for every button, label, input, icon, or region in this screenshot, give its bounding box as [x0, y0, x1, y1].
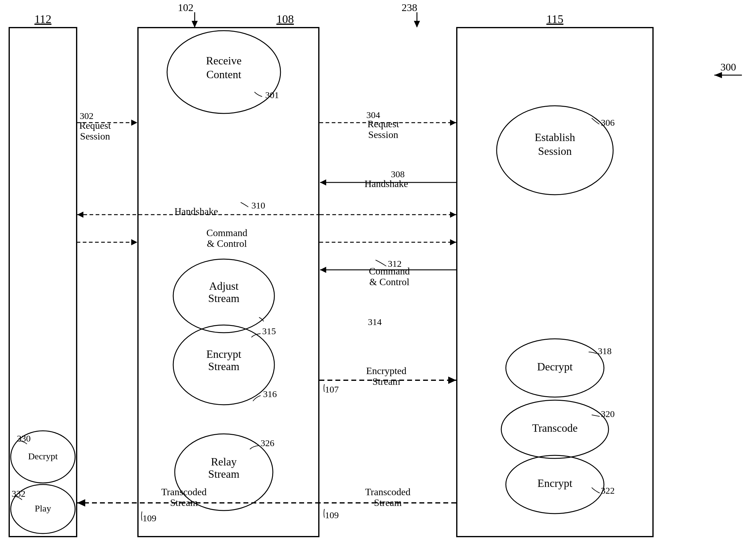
ref-238: 238 [402, 2, 417, 13]
ref-300: 300 [720, 61, 736, 73]
encrypt-stream-label: Encrypt [206, 348, 241, 360]
svg-marker-26 [77, 499, 85, 507]
receive-content-label: Receive [206, 54, 241, 67]
cmd-ctrl-1-label: Command [206, 227, 247, 238]
decrypt-right-label: Decrypt [537, 360, 573, 373]
req-session-2-label2: Session [368, 129, 398, 140]
req-session-1-label: Request [79, 120, 111, 131]
transcoded-stream-r-label: Transcoded [365, 486, 410, 497]
svg-marker-17 [131, 239, 137, 245]
ref-102: 102 [178, 2, 193, 13]
svg-marker-7 [131, 120, 137, 126]
cmd-ctrl-2-label2: & Control [369, 276, 410, 287]
transcoded-stream-l-label: Transcoded [161, 486, 207, 497]
transcode-label: Transcode [532, 422, 578, 434]
box-115 [457, 28, 653, 537]
handshake-2-label: Handshake [174, 206, 218, 217]
handshake-1-label: Handshake [364, 178, 408, 189]
receive-content-label2: Content [206, 69, 241, 81]
svg-marker-13 [77, 212, 83, 218]
ref-316: 316 [263, 389, 277, 399]
ref-306: 306 [601, 118, 615, 128]
ref-314: 314 [368, 317, 382, 327]
ref-315: 315 [262, 326, 276, 336]
ref-326: 326 [261, 438, 274, 448]
relay-stream-label: Relay [211, 456, 237, 468]
box-112-label: 112 [34, 12, 51, 26]
svg-marker-3 [414, 21, 420, 28]
cmd-ctrl-2-label: Command [369, 265, 410, 276]
adjust-stream-label: Adjust [209, 280, 238, 292]
ref-310: 310 [252, 200, 265, 210]
adjust-stream-label2: Stream [208, 292, 239, 304]
ref-332: 332 [12, 488, 26, 499]
svg-marker-23 [448, 377, 456, 384]
svg-marker-19 [450, 239, 456, 245]
svg-marker-1 [192, 21, 198, 28]
ref-109-l: 109 [142, 513, 157, 523]
establish-session-label: Establish [535, 131, 575, 143]
svg-marker-5 [714, 72, 722, 78]
transcoded-stream-l-label2: Stream [170, 497, 198, 508]
svg-marker-11 [320, 179, 326, 185]
ref-107: 107 [325, 384, 339, 394]
ref-320: 320 [601, 409, 615, 419]
ref-109-r: 109 [325, 510, 339, 520]
encrypt-stream-label2: Stream [208, 360, 239, 373]
ref-301: 301 [265, 90, 279, 100]
box-108-label: 108 [276, 12, 294, 26]
svg-marker-9 [450, 120, 456, 126]
decrypt-left-label: Decrypt [28, 451, 58, 461]
ref-308: 308 [391, 169, 405, 179]
ref-302: 302 [80, 111, 93, 121]
encrypted-stream-label2: Stream [372, 376, 400, 387]
encrypted-stream-label: Encrypted [366, 365, 406, 376]
ref-322: 322 [601, 485, 615, 496]
req-session-2-label: Request [367, 118, 399, 129]
play-left-label: Play [35, 503, 51, 513]
ref-318: 318 [598, 346, 612, 356]
relay-stream-label2: Stream [208, 468, 239, 480]
box-115-label: 115 [546, 12, 564, 26]
encrypt-right-label: Encrypt [537, 477, 572, 489]
establish-session-label2: Session [538, 145, 572, 157]
cmd-ctrl-1-label2: & Control [207, 238, 247, 249]
transcoded-stream-r-label2: Stream [374, 497, 402, 508]
sequence-diagram: 112 108 115 102 238 300 Receive Content … [0, 0, 756, 555]
svg-marker-15 [450, 212, 456, 218]
svg-marker-21 [320, 267, 326, 273]
req-session-1-label2: Session [80, 131, 110, 142]
